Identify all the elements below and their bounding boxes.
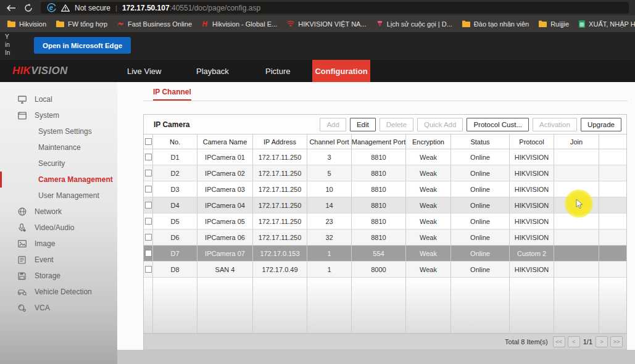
cell-extra <box>599 213 626 229</box>
sidebar-item-system-settings[interactable]: System Settings <box>0 123 117 139</box>
pager-next-button[interactable]: > <box>596 336 608 347</box>
bookmark-ruijjie[interactable]: Ruijjie <box>539 20 569 28</box>
cell-join <box>554 262 599 277</box>
not-secure-label: Not secure <box>75 4 110 12</box>
tab-configuration[interactable]: Configuration <box>312 60 370 82</box>
cell-mgmt_port: 8810 <box>352 213 406 229</box>
cell-extra <box>599 230 626 245</box>
column-header-join: Join <box>554 134 599 149</box>
column-header-protocol: Protocol <box>510 134 554 149</box>
filler-cell <box>307 278 352 333</box>
pager-prev-button[interactable]: < <box>568 336 580 347</box>
row-checkbox[interactable] <box>145 170 152 176</box>
row-checkbox[interactable] <box>145 186 152 192</box>
bookmark-ao-tao-nhan-vien[interactable]: Đào tạo nhân viên <box>462 20 529 28</box>
filler-cell <box>253 278 307 333</box>
mouse-cursor <box>576 199 585 209</box>
bookmark-hikvision-viet-na[interactable]: HIKVISION VIỆT NA... <box>287 20 366 28</box>
bookmarks-bar: HikvisionFW tổng hợpFast Business Online… <box>0 15 635 32</box>
tab-picture[interactable]: Picture <box>265 60 290 82</box>
cell-name: IPCamera 02 <box>197 165 253 181</box>
bookmark-fw-tong-hop[interactable]: FW tổng hợp <box>56 20 107 28</box>
cell-status: Online <box>451 230 510 245</box>
cell-encryption: Weak <box>406 262 451 277</box>
cell-mgmt_port: 8810 <box>352 230 406 245</box>
table-row-d7[interactable]: D7IPCamera 07172.17.0.1531554WeakOnlineC… <box>144 246 626 262</box>
cell-name: IPCamera 07 <box>197 246 253 261</box>
sidebar-item-system[interactable]: System <box>0 107 117 123</box>
bookmark-label: XUẤT, NHẬP HÀNG... <box>589 20 635 28</box>
select-all-cell <box>144 134 153 149</box>
filler-cell <box>510 278 554 333</box>
row-checkbox[interactable] <box>145 218 152 225</box>
table-row-d8[interactable]: D8SAN 4172.17.0.4918000WeakOnlineHIKVISI… <box>144 262 626 278</box>
sidebar-item-vca[interactable]: VCA <box>0 300 117 316</box>
ip-channel-label: IP Channel <box>153 88 191 96</box>
protocol-cust-button[interactable]: Protocol Cust... <box>467 118 529 131</box>
sidebar-item-maintenance[interactable]: Maintenance <box>0 139 117 155</box>
cell-join <box>554 230 599 245</box>
cell-channel_port: 23 <box>307 213 352 229</box>
sidebar-item-event[interactable]: Event <box>0 252 117 268</box>
table-row-d4[interactable]: D4IPCamera 04172.17.11.250148810WeakOnli… <box>144 197 626 213</box>
sidebar-item-image[interactable]: Image <box>0 236 117 252</box>
upgrade-button[interactable]: Upgrade <box>581 118 621 131</box>
back-icon[interactable] <box>6 4 16 12</box>
cell-name: SAN 4 <box>197 262 253 277</box>
bookmark-lich-su-cuoc-goi-d[interactable]: Lịch sử cuộc gọi | D... <box>376 20 452 28</box>
open-in-edge-button[interactable]: Open in Microsoft Edge <box>34 37 131 54</box>
bookmark-label: Hikvision - Global E... <box>212 20 277 28</box>
row-checkbox[interactable] <box>145 234 152 241</box>
edit-button[interactable]: Edit <box>350 118 376 131</box>
tab-playback[interactable]: Playback <box>196 60 229 82</box>
row-checkbox[interactable] <box>145 154 152 160</box>
sidebar-item-storage[interactable]: Storage <box>0 268 117 284</box>
sidebar-item-local[interactable]: Local <box>0 91 117 107</box>
sidebar-item-vehicle-detection[interactable]: Vehicle Detection <box>0 284 117 300</box>
row-checkbox[interactable] <box>145 250 152 257</box>
bookmark-xuat-nhap-hang[interactable]: XUẤT, NHẬP HÀNG... <box>579 20 635 28</box>
pager-first-button[interactable]: << <box>553 336 565 347</box>
sidebar-item-user-management[interactable]: User Management <box>0 188 117 204</box>
cell-status: Online <box>451 262 510 277</box>
filler-cell <box>144 278 153 333</box>
sidebar-item-camera-management[interactable]: Camera Management <box>0 172 117 188</box>
cell-name: IPCamera 04 <box>197 197 253 213</box>
row-checkbox-cell <box>144 165 153 181</box>
cell-channel_port: 32 <box>307 230 352 245</box>
delete-button: Delete <box>380 118 413 131</box>
row-checkbox[interactable] <box>145 266 152 273</box>
table-row-d1[interactable]: D1IPCamera 01172.17.11.25038810WeakOnlin… <box>144 149 626 165</box>
tab-live-view[interactable]: Live View <box>127 60 161 82</box>
sidebar-item-label: VCA <box>35 304 50 312</box>
sidebar-item-video-audio[interactable]: Video/Audio <box>0 220 117 236</box>
sidebar-item-security[interactable]: Security <box>0 155 117 172</box>
select-all-checkbox[interactable] <box>145 138 152 145</box>
row-checkbox[interactable] <box>145 202 152 209</box>
table-row-d6[interactable]: D6IPCamera 06172.17.11.250328810WeakOnli… <box>144 230 626 246</box>
column-header-empty <box>599 134 626 149</box>
column-header-management-port: Management Port <box>352 134 406 149</box>
cell-no: D2 <box>153 165 197 181</box>
monitor-icon <box>17 96 27 104</box>
ie-icon: e <box>47 3 56 12</box>
pager-last-button[interactable]: >> <box>610 336 623 347</box>
refresh-icon[interactable] <box>24 4 33 12</box>
sidebar-item-label: System <box>35 111 59 120</box>
sheets-icon <box>579 20 585 28</box>
address-bar[interactable]: e Not secure | 172.17.50.107:40551/doc/p… <box>41 2 629 14</box>
table-title: IP Camera <box>154 120 189 129</box>
table-row-d3[interactable]: D3IPCamera 03172.17.11.250108810WeakOnli… <box>144 181 626 197</box>
warning-icon <box>61 4 70 12</box>
table-row-d5[interactable]: D5IPCamera 05172.17.11.250238810WeakOnli… <box>144 213 626 230</box>
bookmark-hikvision-global-e[interactable]: Hikvision - Global E... <box>202 20 277 28</box>
bookmark-hikvision[interactable]: Hikvision <box>7 20 46 28</box>
cell-mgmt_port: 554 <box>352 246 406 261</box>
column-header-no: No. <box>153 134 197 149</box>
bookmark-fast-business-online[interactable]: Fast Business Online <box>117 20 192 28</box>
cell-name: IPCamera 03 <box>197 181 253 197</box>
sidebar-item-label: Local <box>35 95 52 104</box>
table-row-d2[interactable]: D2IPCamera 02172.17.11.25058810WeakOnlin… <box>144 165 626 181</box>
tab-ip-channel[interactable]: IP Channel <box>153 88 191 101</box>
sidebar-item-network[interactable]: Network <box>0 204 117 220</box>
